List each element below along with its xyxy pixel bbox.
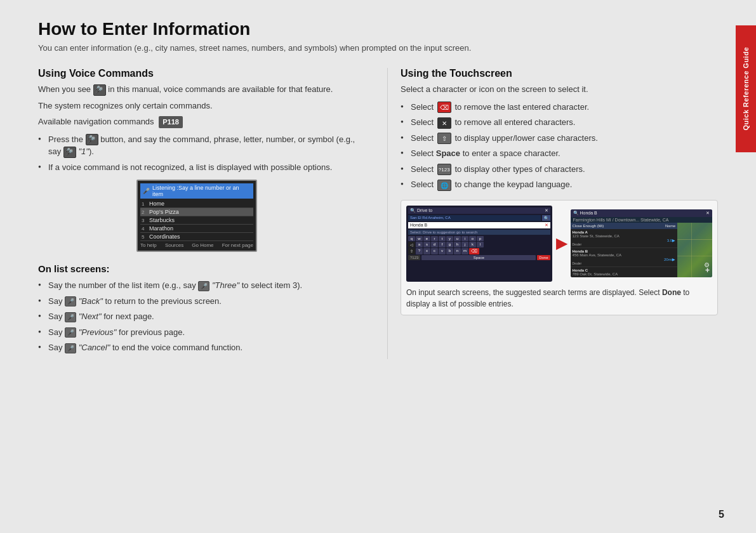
touch-bullet-2: Select ✕ to remove all entered character… (401, 116, 718, 129)
map-visual: + ⚙ (677, 223, 712, 277)
ss-row-5: 5 Coordinates (140, 233, 253, 241)
keyboard-screen-right: 🔍 Honda B ✕ Farmington Hills MI / Downto… (571, 209, 713, 277)
list-bullet-2: Say 🎤 "Back" to return to the previous s… (38, 295, 355, 308)
ss-row-3: 3 Starbucks (140, 216, 253, 225)
page-container: Quick Reference Guide 5 How to Enter Inf… (0, 0, 756, 533)
result-item-1: Honda A 123 State St, Statewide, CA 3.0▶… (571, 229, 678, 248)
right-screen-header: 🔍 Honda B ✕ (571, 209, 713, 217)
list-bullet-4: Say 🎤 "Previous" for previous page. (38, 326, 355, 339)
page-subtitle: You can enter information (e.g., city na… (38, 43, 718, 53)
touch-bullet-4: Select Space to enter a space character. (401, 147, 718, 160)
arrow-icon: ▶ (556, 235, 567, 252)
backspace-icon: ⌫ (437, 102, 451, 113)
touchscreen-section: Using the Touchscreen Select a character… (401, 68, 718, 315)
touch-bullet-5: Select ?123 to display other types of ch… (401, 163, 718, 176)
right-column: Using the Touchscreen Select a character… (387, 68, 718, 359)
keyboard-screens: 🔍 Drive to ✕ San El Rd Anaheim, CA 🔍 Hon… (406, 206, 712, 282)
caption-bold: Done (662, 288, 681, 297)
bullet-item-press: Press the 🎤 button, and say the command,… (38, 133, 355, 158)
list-screens-heading: On list screens: (38, 263, 355, 274)
keyboard-caption: On input search screens, the suggested s… (406, 287, 712, 310)
touchscreen-bullets: Select ⌫ to remove the last entered char… (401, 101, 718, 191)
tab-label: Quick Reference Guide (742, 47, 750, 131)
voice-icon-say: 🎤 (63, 147, 76, 158)
voice-icon-prev: 🎤 (65, 327, 76, 338)
touch-bullet-3: Select ⇧ to display upper/lower case cha… (401, 132, 718, 145)
right-screen-body: Close Enough (Mi) Name Honda A 123 State… (571, 223, 713, 277)
voice-bullets: Press the 🎤 button, and say the command,… (38, 133, 355, 174)
number-icon: ?123 (437, 164, 451, 175)
result-item-3: Honda C 789 Oak Dr, Statewide, CA (571, 267, 678, 277)
intro3-text: Available navigation commands (38, 117, 154, 126)
voice-commands-section: Using Voice Commands When you see 🎤 in t… (38, 68, 355, 252)
ss-footer: To help Sources Go Home For next page (140, 242, 253, 248)
two-column-layout: Using Voice Commands When you see 🎤 in t… (38, 68, 718, 359)
listening-screenshot: 🎤 Listening :Say a line number or an ite… (136, 180, 257, 252)
kbd-row-3: ⇧ ? x c v b n m ⌫ (408, 248, 550, 254)
kbd-bottom: ?123 Space Done (408, 255, 550, 260)
kbd-header-left: 🔍 Drive to ✕ (408, 207, 550, 214)
list-screens-section: On list screens: Say the number of the l… (38, 263, 355, 354)
list-bullet-1: Say the number of the list item (e.g., s… (38, 279, 355, 292)
list-bullet-5: Say 🎤 "Cancel" to end the voice command … (38, 341, 355, 354)
touchscreen-heading: Using the Touchscreen (401, 68, 718, 79)
kbd-row-1: q w e r t y u i o p (408, 236, 550, 241)
voice-intro-1: When you see 🎤 in this manual, voice com… (38, 83, 355, 96)
clear-icon: ✕ (437, 117, 451, 129)
voice-icon-press: 🎤 (86, 134, 98, 145)
voice-intro-3: Available navigation commands P118 (38, 115, 355, 128)
right-screen-location: Farmington Hills MI / Downtown... Statew… (571, 217, 713, 223)
touchscreen-intro: Select a character or icon on the screen… (401, 83, 718, 96)
ss-row-2: 2 Pop's Pizza (140, 208, 253, 216)
globe-icon: 🌐 (437, 180, 451, 191)
ss-row-1: 1 Home (140, 200, 253, 208)
case-icon: ⇧ (437, 133, 451, 144)
voice-commands-heading: Using Voice Commands (38, 68, 355, 79)
voice-icon-cancel: 🎤 (65, 343, 76, 353)
left-column: Using Voice Commands When you see 🎤 in t… (38, 68, 368, 359)
caption-text-before: On input search screens, the suggested s… (406, 288, 660, 297)
voice-icon-inline: 🎤 (93, 84, 106, 96)
intro1-text: When you see (38, 84, 91, 94)
list-bullet-3: Say 🎤 "Next" for next page. (38, 310, 355, 323)
voice-intro-2: The system recognizes only certain comma… (38, 100, 355, 112)
quick-reference-tab: Quick Reference Guide (736, 25, 756, 152)
touch-bullet-1: Select ⌫ to remove the last entered char… (401, 101, 718, 114)
keyboard-screenshot-container: 🔍 Drive to ✕ San El Rd Anaheim, CA 🔍 Hon… (401, 200, 718, 315)
page-title: How to Enter Information (38, 19, 718, 39)
map-gradient: + ⚙ (677, 223, 712, 277)
keyboard-screen-left: 🔍 Drive to ✕ San El Rd Anaheim, CA 🔍 Hon… (406, 206, 552, 282)
voice-icon-next: 🎤 (65, 312, 76, 322)
bullet-item-notrecognized: If a voice command is not recognized, a … (38, 161, 355, 174)
intro1-after-text: in this manual, voice commands are avail… (108, 84, 333, 94)
page-number: 5 (719, 509, 724, 520)
ss-row-4: 4 Marathon (140, 225, 253, 233)
page-ref-badge: P118 (159, 116, 183, 128)
voice-icon-back: 🎤 (65, 296, 76, 306)
result-item-2: Honda B 456 Main Ave, Statewide, CA 20mi… (571, 248, 678, 267)
touch-bullet-6: Select 🌐 to change the keypad language. (401, 178, 718, 191)
results-list: Close Enough (Mi) Name Honda A 123 State… (571, 223, 678, 277)
ss-header: 🎤 Listening :Say a line number or an ite… (140, 183, 253, 199)
kbd-location-row: San El Rd Anaheim, CA 🔍 (408, 215, 550, 221)
kbd-input: Honda B ✕ (408, 222, 550, 228)
kbd-row-2: ◁ a s d f g h j k l (408, 242, 550, 247)
list-screens-bullets: Say the number of the list item (e.g., s… (38, 279, 355, 354)
kbd-suggestion: Select: Drive to suggestion go to search (408, 230, 550, 235)
result-header: Close Enough (Mi) Name (571, 223, 678, 229)
voice-icon-three: 🎤 (198, 281, 209, 291)
